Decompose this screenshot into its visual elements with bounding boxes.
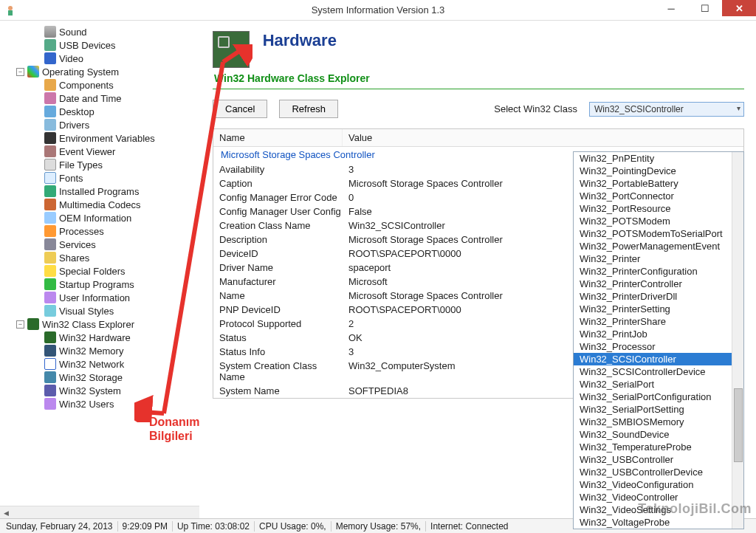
tree-item-icon (44, 39, 56, 51)
sidebar-hscroll[interactable]: ◀ ▶ (0, 506, 199, 518)
dropdown-option[interactable]: Win32_SerialPortConfiguration (574, 391, 743, 403)
tree-item[interactable]: Special Folders (6, 264, 199, 278)
dropdown-option[interactable]: Win32_Processor (574, 340, 743, 353)
dropdown-option[interactable]: Win32_PortableBattery (574, 177, 743, 190)
tree-item[interactable]: Desktop (6, 105, 199, 118)
tree-item[interactable]: Processes (6, 224, 199, 238)
dropdown-option[interactable]: Win32_VideoConfiguration (574, 478, 743, 491)
cell-name: DeviceID (213, 248, 343, 259)
dropdown-option[interactable]: Win32_PrintJob (574, 328, 743, 340)
dropdown-option[interactable]: Win32_POTSModem (574, 215, 743, 227)
class-dropdown-list[interactable]: Win32_PnPEntityWin32_PointingDeviceWin32… (573, 151, 744, 529)
tree-item[interactable]: Win32 Network (6, 357, 199, 371)
tree-item[interactable]: OEM Information (6, 211, 199, 224)
tree-item-label: OEM Information (59, 213, 131, 224)
dropdown-option[interactable]: Win32_PrinterController (574, 278, 743, 290)
dropdown-option[interactable]: Win32_PrinterShare (574, 315, 743, 328)
cell-name: Protocol Supported (213, 318, 343, 329)
tree-item-label: Video (59, 53, 83, 64)
cell-name: System Name (213, 385, 343, 396)
tree-label: Operating System (42, 66, 119, 78)
tree-item-icon (44, 199, 56, 210)
refresh-button[interactable]: Refresh (279, 100, 338, 118)
tree-item[interactable]: Shares (6, 251, 199, 264)
col-header-value[interactable]: Value (343, 129, 743, 146)
dropdown-option[interactable]: Win32_PrinterDriverDll (574, 290, 743, 303)
tree-item[interactable]: User Information (6, 291, 199, 304)
cell-name: Creation Class Name (213, 220, 343, 231)
dropdown-option[interactable]: Win32_SoundDevice (574, 428, 743, 441)
tree-item-icon (44, 371, 56, 383)
dropdown-option[interactable]: Win32_SMBIOSMemory (574, 416, 743, 428)
page-subtitle: Win32 Hardware Class Explorer (214, 72, 744, 84)
tree-item[interactable]: Win32 Hardware (6, 331, 199, 344)
tree-item[interactable]: Services (6, 238, 199, 251)
tree-item[interactable]: Drivers (6, 118, 199, 131)
scrollbar-thumb[interactable] (734, 388, 743, 462)
tree-item[interactable]: Startup Programs (6, 278, 199, 291)
tree-item-label: Win32 Hardware (59, 332, 131, 343)
tree-item[interactable]: USB Devices (6, 38, 199, 52)
minimize-button[interactable]: ─ (654, 0, 688, 16)
tree-item-label: File Types (59, 159, 103, 171)
tree-item[interactable]: Date and Time (6, 92, 199, 105)
tree-item[interactable]: Sound (6, 25, 199, 38)
dropdown-option[interactable]: Win32_PrinterSetting (574, 303, 743, 315)
tree-item-icon (44, 79, 56, 91)
scroll-track[interactable] (16, 506, 190, 519)
tree-item-label: Installed Programs (59, 186, 139, 197)
cell-name: Config Manager Error Code (213, 192, 343, 203)
collapse-icon[interactable]: − (16, 320, 24, 329)
nav-tree[interactable]: SoundUSB DevicesVideo − Operating System… (0, 21, 199, 518)
win32-class-select[interactable]: Win32_SCSIController (589, 102, 744, 117)
maximize-button[interactable]: ☐ (688, 0, 722, 16)
tree-item[interactable]: Win32 Memory (6, 344, 199, 357)
tree-item-label: Processes (59, 226, 104, 237)
dropdown-option[interactable]: Win32_POTSModemToSerialPort (574, 227, 743, 240)
cancel-button[interactable]: Cancel (213, 100, 267, 118)
tree-item[interactable]: Video (6, 52, 199, 65)
tree-item[interactable]: Win32 System (6, 384, 199, 397)
tree-item[interactable]: Components (6, 78, 199, 92)
tree-item-label: Win32 Network (59, 359, 124, 370)
dropdown-option[interactable]: Win32_SCSIController (574, 353, 743, 365)
dropdown-option[interactable]: Win32_SCSIControllerDevice (574, 365, 743, 378)
window-title: System Information Version 1.3 (0, 4, 756, 16)
tree-item[interactable]: Installed Programs (6, 185, 199, 198)
dropdown-option[interactable]: Win32_PowerManagementEvent (574, 240, 743, 252)
dropdown-option[interactable]: Win32_PortConnector (574, 190, 743, 202)
dropdown-option[interactable]: Win32_USBController (574, 453, 743, 466)
tree-item-label: Sound (59, 27, 87, 38)
dropdown-scrollbar[interactable] (732, 152, 743, 529)
collapse-icon[interactable]: − (16, 68, 24, 76)
tree-item[interactable]: Event Viewer (6, 145, 199, 158)
dropdown-option[interactable]: Win32_PrinterConfiguration (574, 265, 743, 278)
tree-node-w32[interactable]: − Win32 Class Explorer (6, 317, 199, 331)
dropdown-option[interactable]: Win32_Printer (574, 252, 743, 265)
status-date: Sunday, February 24, 2013 (6, 521, 118, 532)
dropdown-option[interactable]: Win32_USBControllerDevice (574, 466, 743, 478)
tree-item[interactable]: Environment Variables (6, 131, 199, 145)
tree-item-icon (44, 132, 56, 144)
dropdown-option[interactable]: Win32_PnPEntity (574, 152, 743, 165)
tree-item[interactable]: Win32 Users (6, 397, 199, 410)
scroll-left-icon[interactable]: ◀ (0, 507, 13, 520)
tree-item-icon (44, 225, 56, 237)
dropdown-option[interactable]: Win32_VoltageProbe (574, 516, 743, 529)
dropdown-option[interactable]: Win32_TemperatureProbe (574, 441, 743, 453)
tree-item-label: Visual Styles (59, 306, 114, 317)
tree-item[interactable]: Fonts (6, 171, 199, 185)
tree-item[interactable]: File Types (6, 158, 199, 171)
tree-item-icon (44, 185, 56, 197)
dropdown-option[interactable]: Win32_PortResource (574, 202, 743, 215)
dropdown-option[interactable]: Win32_SerialPortSetting (574, 403, 743, 416)
tree-item[interactable]: Win32 Storage (6, 371, 199, 384)
tree-item[interactable]: Multimedia Codecs (6, 198, 199, 211)
tree-item[interactable]: Visual Styles (6, 304, 199, 317)
col-header-name[interactable]: Name (213, 129, 343, 146)
status-cpu: CPU Usage: 0%, (259, 521, 331, 532)
dropdown-option[interactable]: Win32_SerialPort (574, 378, 743, 391)
tree-node-os[interactable]: − Operating System (6, 65, 199, 78)
dropdown-option[interactable]: Win32_PointingDevice (574, 165, 743, 177)
close-button[interactable]: ✕ (722, 0, 756, 16)
